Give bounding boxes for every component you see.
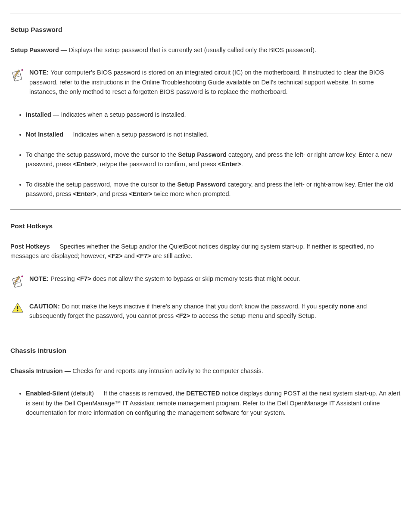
list-item: To change the setup password, move the c… bbox=[26, 150, 401, 169]
li-key: <Enter> bbox=[73, 190, 97, 197]
li-key: <Enter> bbox=[129, 190, 152, 197]
note-post-hotkeys: NOTE: Pressing <F7> does not allow the s… bbox=[10, 274, 401, 289]
heading-setup-password: Setup Password bbox=[10, 25, 401, 35]
divider bbox=[10, 209, 401, 210]
note-text-wrap: NOTE: Pressing <F7> does not allow the s… bbox=[29, 274, 401, 283]
summary-rest: — Displays the setup password that is cu… bbox=[59, 47, 316, 53]
svg-rect-15 bbox=[17, 306, 18, 309]
caution-post-hotkeys: CAUTION: Do not make the keys inactive i… bbox=[10, 302, 401, 321]
note-key: <F7> bbox=[77, 275, 91, 282]
list-item: Installed — Indicates when a setup passw… bbox=[26, 110, 401, 119]
li-key: Setup Password bbox=[177, 181, 226, 188]
heading-chassis-intrusion: Chassis Intrusion bbox=[10, 345, 401, 356]
li-mid: (default) — If the chassis is removed, t… bbox=[69, 390, 187, 397]
summary-key: <F7> bbox=[137, 252, 151, 259]
caution-tail: to access the setup menu and specify Set… bbox=[190, 312, 316, 319]
li-rest: — Indicates when a setup password is ins… bbox=[51, 111, 186, 118]
heading-post-hotkeys: Post Hotkeys bbox=[10, 221, 401, 231]
summary-tail: are still active. bbox=[151, 252, 192, 259]
li-key: <Enter> bbox=[218, 161, 241, 168]
summary-setup-password: Setup Password — Displays the setup pass… bbox=[10, 45, 401, 55]
li-label: Installed bbox=[26, 111, 51, 118]
li-key: <Enter> bbox=[73, 161, 97, 168]
li-tail: twice more when prompted. bbox=[152, 190, 230, 197]
li-label: Not Installed bbox=[26, 131, 63, 138]
caution-prefix: CAUTION: bbox=[29, 303, 62, 310]
note-lead: Pressing bbox=[50, 275, 76, 282]
li-key: Setup Password bbox=[178, 151, 227, 158]
chassis-intrusion-list: Enabled-Silent (default) — If the chassi… bbox=[10, 389, 401, 417]
svg-point-16 bbox=[17, 310, 19, 311]
summary-chassis-intrusion: Chassis Intrusion — Checks for and repor… bbox=[10, 366, 401, 376]
caution-text-wrap: CAUTION: Do not make the keys inactive i… bbox=[29, 302, 401, 321]
summary-lead: Post Hotkeys bbox=[10, 243, 50, 250]
summary-lead: Setup Password bbox=[10, 47, 59, 53]
list-item: Not Installed — Indicates when a setup p… bbox=[26, 130, 401, 139]
summary-key: <F2> bbox=[108, 252, 123, 259]
svg-rect-6 bbox=[21, 69, 23, 71]
li-lead: To disable the setup password, move the … bbox=[26, 181, 177, 188]
summary-mid: and bbox=[122, 252, 136, 259]
list-item: To disable the setup password, move the … bbox=[26, 180, 401, 199]
li-mid: , and press bbox=[97, 190, 129, 197]
note-body: Your computer's BIOS password is stored … bbox=[29, 69, 384, 95]
li-mid: , retype the password to confirm, and pr… bbox=[97, 161, 218, 168]
note-text-wrap: NOTE: Your computer's BIOS password is s… bbox=[29, 68, 401, 96]
caution-key: <F2> bbox=[175, 312, 190, 319]
note-prefix: NOTE: bbox=[29, 275, 50, 282]
summary-post-hotkeys: Post Hotkeys — Specifies whether the Set… bbox=[10, 242, 401, 261]
summary-rest: — Checks for and reports any intrusion a… bbox=[63, 367, 263, 374]
note-icon bbox=[10, 274, 25, 289]
svg-rect-13 bbox=[21, 275, 23, 277]
li-tail: . bbox=[241, 161, 243, 168]
caution-lead: Do not make the keys inactive if there's… bbox=[62, 303, 340, 310]
caution-em: none bbox=[339, 303, 355, 310]
note-setup-password: NOTE: Your computer's BIOS password is s… bbox=[10, 68, 401, 96]
note-rest: does not allow the system to bypass or s… bbox=[91, 275, 300, 282]
divider bbox=[10, 334, 401, 334]
warning-icon bbox=[10, 302, 25, 316]
setup-password-list: Installed — Indicates when a setup passw… bbox=[10, 110, 401, 199]
li-rest: — Indicates when a setup password is not… bbox=[63, 131, 209, 138]
li-label2: DETECTED bbox=[186, 390, 220, 397]
divider bbox=[10, 13, 401, 13]
note-icon bbox=[10, 68, 25, 82]
summary-lead: Chassis Intrusion bbox=[10, 367, 63, 374]
li-label: Enabled-Silent bbox=[26, 390, 69, 397]
note-prefix: NOTE: bbox=[29, 69, 50, 76]
list-item: Enabled-Silent (default) — If the chassi… bbox=[26, 389, 401, 417]
li-lead: To change the setup password, move the c… bbox=[26, 151, 178, 158]
